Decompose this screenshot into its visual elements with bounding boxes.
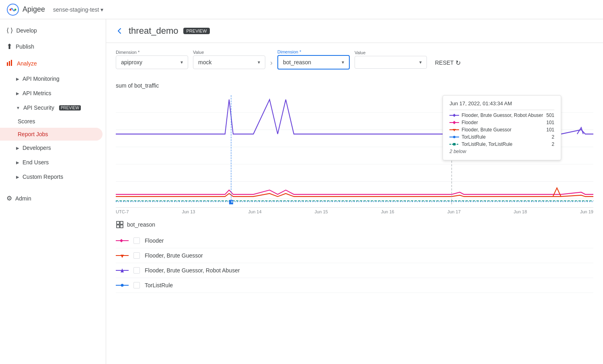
line-icon-blue xyxy=(449,135,459,139)
sidebar-item-develop[interactable]: ⟨ ⟩ Develop xyxy=(0,22,106,38)
dimension1-value: apiproxy xyxy=(121,59,142,65)
svg-rect-29 xyxy=(120,225,123,228)
legend-area: bot_reason Flooder xyxy=(106,214,603,299)
svg-rect-27 xyxy=(120,221,123,224)
dimension1-group: Dimension * apiproxy ▾ xyxy=(116,50,188,69)
svg-rect-28 xyxy=(117,225,119,228)
legend-row-tor: TorListRule xyxy=(116,278,593,293)
tooltip-row: TorListRule 2 xyxy=(449,133,554,141)
svg-point-37 xyxy=(121,284,124,287)
tooltip-row: Flooder, Brute Guessor 101 xyxy=(449,126,554,133)
svg-rect-5 xyxy=(11,60,12,66)
api-security-preview-badge: PREVIEW xyxy=(59,105,81,110)
chevron-down-icon: ▾ xyxy=(342,59,344,65)
sidebar-item-admin[interactable]: ⚙ Admin xyxy=(0,190,106,206)
tooltip-date: Jun 17, 2022, 01:43:34 AM xyxy=(449,100,554,106)
page-title: threat_demo xyxy=(129,26,178,36)
code-icon: ⟨ ⟩ xyxy=(6,27,13,34)
content-header: threat_demo PREVIEW xyxy=(106,19,603,43)
back-button[interactable] xyxy=(116,27,124,35)
sidebar-item-end-users[interactable]: ▶ End Users xyxy=(0,155,106,170)
x-label-jun15: Jun 15 xyxy=(315,209,328,214)
filter-bar: Dimension * apiproxy ▾ Value mock ▾ › Di… xyxy=(106,43,603,76)
dimension2-select[interactable]: bot_reason ▾ xyxy=(277,55,350,70)
legend-title: bot_reason xyxy=(116,221,593,229)
x-label-jun17: Jun 17 xyxy=(447,209,461,214)
org-name: sense-staging-test xyxy=(53,6,99,13)
chart-area: sum of bot_traffic xyxy=(106,76,603,214)
expand-icon-api-metrics: ▶ xyxy=(16,91,19,96)
legend-icon-flooder-brute xyxy=(116,252,129,259)
expand-icon-end-users: ▶ xyxy=(16,160,19,165)
legend-checkbox-tor[interactable] xyxy=(133,282,140,288)
legend-label-tor: TorListRule xyxy=(145,282,173,288)
legend-icon-tor xyxy=(116,282,129,288)
sidebar-item-api-monitoring[interactable]: ▶ API Monitoring xyxy=(0,72,106,86)
legend-grid-icon xyxy=(116,221,124,229)
dimension1-select[interactable]: apiproxy ▾ xyxy=(116,55,188,69)
sidebar-item-report-jobs[interactable]: Report Jobs xyxy=(0,128,103,141)
tooltip-row: Flooder, Brute Guessor, Robot Abuser 501 xyxy=(449,112,554,119)
tooltip-below-text: 2 below xyxy=(449,149,466,154)
dimension2-label: Dimension * xyxy=(277,49,350,54)
svg-rect-3 xyxy=(7,62,8,66)
app-logo: Apigee xyxy=(6,3,45,16)
reset-label: RESET xyxy=(435,59,454,66)
tooltip-value: 2 xyxy=(552,134,554,140)
preview-badge: PREVIEW xyxy=(183,28,210,34)
legend-row-flooder-brute-robot: Flooder, Brute Guessor, Robot Abuser xyxy=(116,263,593,278)
app-name: Apigee xyxy=(23,5,45,14)
filter-arrow-divider: › xyxy=(270,59,273,67)
x-label-utc: UTC-7 xyxy=(116,209,129,214)
org-selector[interactable]: sense-staging-test ▾ xyxy=(50,5,107,14)
value1-group: Value mock ▾ xyxy=(193,50,265,69)
tooltip-label: Flooder, Brute Guessor, Robot Abuser xyxy=(449,112,543,118)
x-label-jun13: Jun 13 xyxy=(182,209,195,214)
svg-marker-33 xyxy=(121,255,124,258)
refresh-icon: ↻ xyxy=(455,59,461,67)
value1-select[interactable]: mock ▾ xyxy=(193,55,265,69)
sidebar-item-scores[interactable]: Scores xyxy=(0,115,103,128)
legend-title-text: bot_reason xyxy=(127,221,155,228)
legend-label-flooder-brute: Flooder, Brute Guessor xyxy=(145,252,203,259)
line-icon-red xyxy=(449,127,459,132)
tooltip-label-text: Flooder, Brute Guessor, Robot Abuser xyxy=(461,112,543,118)
sidebar-label-api-monitoring: API Monitoring xyxy=(23,76,59,82)
x-label-jun14: Jun 14 xyxy=(248,209,262,214)
tooltip-divider xyxy=(449,110,554,110)
sidebar-item-publish[interactable]: ⬆ Publish xyxy=(0,38,106,55)
svg-point-2 xyxy=(14,8,16,10)
sidebar-label-admin: Admin xyxy=(15,195,31,202)
legend-label-flooder: Flooder xyxy=(145,237,164,244)
tooltip-label-text: Flooder xyxy=(461,120,478,125)
tooltip-label-text: TorListRule xyxy=(461,134,486,140)
tooltip-label-text: TorListRule, TorListRule xyxy=(461,141,513,147)
legend-checkbox-flooder-brute[interactable] xyxy=(133,252,140,259)
tooltip-value: 501 xyxy=(546,112,554,118)
sidebar-item-analyze[interactable]: Analyze xyxy=(0,55,106,72)
dimension2-value: bot_reason xyxy=(283,59,311,65)
value2-label: Value xyxy=(355,50,427,55)
sidebar-item-api-metrics[interactable]: ▶ API Metrics xyxy=(0,86,106,100)
svg-rect-26 xyxy=(117,221,119,224)
sidebar-label-custom-reports: Custom Reports xyxy=(23,174,63,180)
reset-button[interactable]: RESET ↻ xyxy=(432,57,464,68)
tooltip-row: Flooder 101 xyxy=(449,119,554,126)
value2-select[interactable]: ▾ xyxy=(355,56,427,69)
svg-point-1 xyxy=(10,8,12,10)
value2-group: Value ▾ xyxy=(355,50,427,69)
legend-row-flooder-brute: Flooder, Brute Guessor xyxy=(116,248,593,263)
line-icon-purple xyxy=(449,113,459,118)
svg-rect-4 xyxy=(9,61,10,66)
sidebar-item-custom-reports[interactable]: ▶ Custom Reports xyxy=(0,170,106,184)
chevron-down-icon: ▾ xyxy=(258,59,260,65)
x-label-jun19: Jun 19 xyxy=(580,209,593,214)
svg-rect-31 xyxy=(120,239,123,242)
content-area: threat_demo PREVIEW Dimension * apiproxy… xyxy=(106,19,603,364)
sidebar-item-developers[interactable]: ▶ Developers xyxy=(0,141,106,155)
legend-checkbox-flooder[interactable] xyxy=(133,237,140,244)
legend-label-flooder-brute-robot: Flooder, Brute Guessor, Robot Abuser xyxy=(145,267,240,274)
legend-checkbox-flooder-brute-robot[interactable] xyxy=(133,267,140,274)
tooltip-label-text: Flooder, Brute Guessor xyxy=(461,127,511,133)
sidebar-item-api-security[interactable]: ▼ API Security PREVIEW xyxy=(0,100,106,115)
